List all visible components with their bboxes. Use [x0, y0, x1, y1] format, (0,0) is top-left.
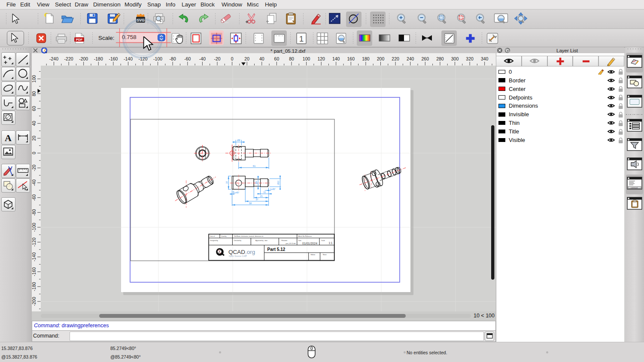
svg-text:-220: -220	[64, 56, 73, 61]
svg-text:Approved by - date: Approved by - date	[255, 240, 267, 241]
svg-text:0: 0	[32, 152, 36, 154]
svg-text:-240: -240	[49, 56, 58, 61]
svg-text:-140: -140	[32, 252, 36, 261]
svg-text:-40: -40	[32, 179, 36, 186]
svg-text:300: 300	[451, 56, 459, 61]
svg-text:Designed by: Designed by	[210, 240, 218, 241]
svg-text:TM: TM	[245, 255, 247, 256]
svg-text:Title/Name, destination, mater: Title/Name, destination, material, dimen…	[234, 235, 264, 237]
svg-text:-180: -180	[94, 56, 103, 61]
svg-text:-20: -20	[32, 165, 36, 171]
svg-text:1x45°: 1x45°	[270, 188, 276, 190]
svg-text:80: 80	[289, 56, 294, 61]
svg-text:-80: -80	[32, 209, 36, 216]
svg-text:37: 37	[255, 198, 258, 201]
svg-text:320: 320	[466, 56, 474, 61]
svg-text:200: 200	[377, 56, 385, 61]
svg-text:-200: -200	[79, 56, 88, 61]
svg-text:140: 140	[332, 56, 340, 61]
svg-text:-160: -160	[32, 267, 36, 276]
svg-text:21: 21	[260, 195, 262, 197]
svg-text:60: 60	[32, 106, 36, 111]
svg-text:20: 20	[244, 56, 249, 61]
svg-text:Filename: Filename	[282, 240, 288, 241]
svg-text:Scale: Scale	[322, 240, 325, 241]
svg-text:-100: -100	[32, 223, 36, 232]
svg-text:18: 18	[225, 181, 228, 184]
svg-text:Edition: Edition	[311, 254, 315, 256]
svg-text:part_05.12.dxf: part_05.12.dxf	[286, 243, 296, 244]
svg-text:Item ref: Item ref	[210, 235, 215, 237]
svg-text:Checked by: Checked by	[234, 240, 241, 241]
svg-text:1:1: 1:1	[328, 241, 332, 244]
svg-text:-120: -120	[32, 238, 36, 247]
svg-text:Ø9: Ø9	[255, 181, 258, 184]
svg-text:Article No./Reference: Article No./Reference	[298, 235, 312, 237]
svg-text:0: 0	[231, 56, 234, 61]
svg-text:220: 220	[392, 56, 399, 61]
svg-text:160: 160	[347, 56, 355, 61]
svg-text:100: 100	[32, 75, 36, 83]
svg-text:58: 58	[249, 202, 252, 205]
svg-text:100: 100	[303, 56, 310, 61]
svg-text:Sheet: Sheet	[323, 254, 327, 256]
svg-text:40: 40	[259, 56, 264, 61]
svg-text:60: 60	[274, 56, 279, 61]
svg-text:40: 40	[32, 121, 36, 126]
svg-text:-180: -180	[32, 282, 36, 291]
svg-text:01/01/2024: 01/01/2024	[302, 242, 317, 245]
svg-text:240: 240	[407, 56, 414, 61]
svg-text:A: A	[5, 133, 12, 143]
svg-text:PDF: PDF	[76, 38, 82, 42]
svg-text:Ø8: Ø8	[237, 139, 240, 142]
svg-text:Quantity: Quantity	[221, 235, 227, 237]
svg-text:-60: -60	[184, 56, 191, 61]
svg-text:61: 61	[253, 165, 256, 167]
svg-text:20: 20	[32, 136, 36, 141]
svg-text:-40: -40	[199, 56, 206, 61]
svg-text:340: 340	[481, 56, 489, 61]
svg-text:-20: -20	[214, 56, 220, 61]
svg-text:-60: -60	[32, 194, 36, 201]
svg-text:Open Source CAD: Open Source CAD	[229, 255, 247, 257]
svg-text:180: 180	[362, 56, 370, 61]
svg-text:120: 120	[317, 56, 325, 61]
svg-text:command: command	[631, 187, 638, 189]
svg-text:Date: Date	[298, 240, 301, 241]
svg-text:QCAD.org: QCAD.org	[228, 249, 255, 255]
svg-text:260: 260	[422, 56, 429, 61]
svg-text:-200: -200	[32, 297, 36, 306]
svg-text:80: 80	[32, 91, 36, 97]
svg-text:Ø10: Ø10	[277, 181, 279, 185]
svg-text:11: 11	[263, 191, 266, 193]
svg-text:280: 280	[436, 56, 444, 61]
svg-text:1: 1	[299, 34, 304, 43]
svg-text:1x45°: 1x45°	[234, 191, 240, 194]
svg-text:Part 5.12: Part 5.12	[267, 247, 286, 252]
